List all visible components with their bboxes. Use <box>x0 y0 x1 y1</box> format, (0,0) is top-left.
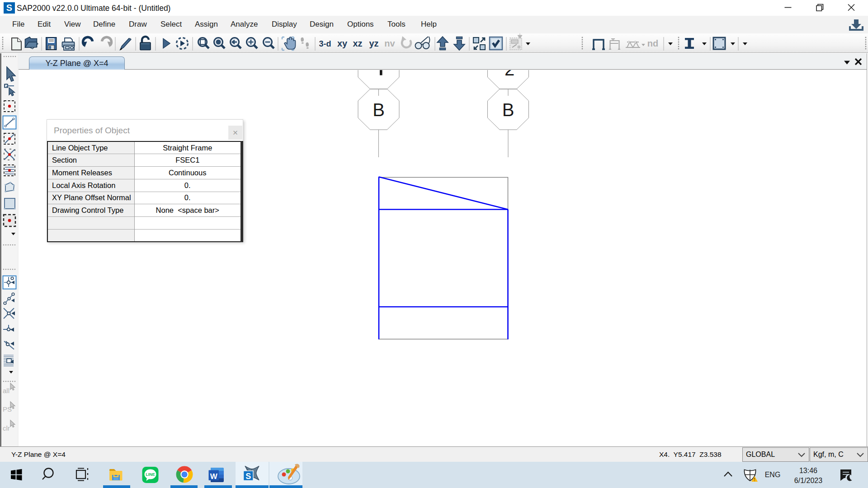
svg-text:B: B <box>373 100 385 120</box>
svg-text:all: all <box>3 387 9 394</box>
svg-text:2: 2 <box>505 70 514 79</box>
svg-text:13:46: 13:46 <box>799 467 817 474</box>
svg-text:S: S <box>245 472 251 481</box>
svg-text:nv: nv <box>384 38 395 48</box>
svg-text:ENG: ENG <box>765 471 781 479</box>
svg-text:yz: yz <box>369 38 378 48</box>
svg-text:3-d: 3-d <box>319 39 331 48</box>
svg-text:B: B <box>502 100 514 120</box>
svg-text:clr: clr <box>3 424 10 432</box>
svg-text:6/1/2023: 6/1/2023 <box>794 477 822 484</box>
svg-text:nd: nd <box>647 38 658 48</box>
svg-text:xy: xy <box>337 38 348 48</box>
svg-text:xz: xz <box>353 38 362 48</box>
svg-text:W: W <box>210 472 218 481</box>
svg-text:LINE: LINE <box>146 472 155 477</box>
